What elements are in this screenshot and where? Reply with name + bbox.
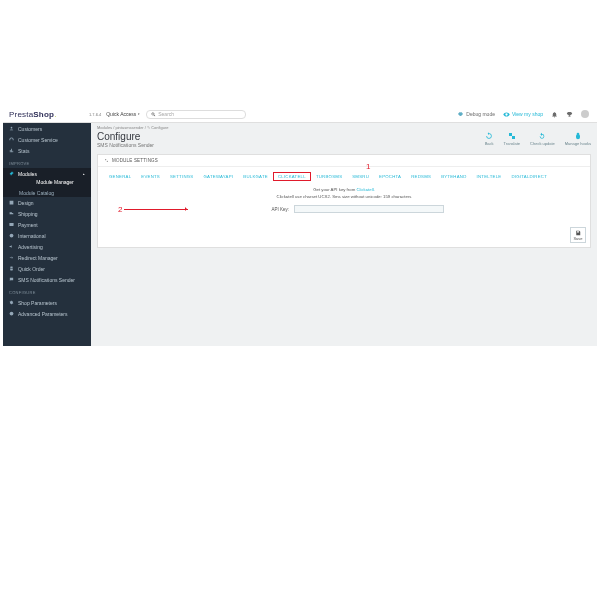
sidebar-item-shop-params[interactable]: Shop Parameters: [3, 297, 91, 308]
page-title: Configure: [97, 131, 154, 142]
sidebar-sub-module-manager[interactable]: Module Manager: [3, 179, 91, 188]
sidebar-item-design[interactable]: Design: [3, 197, 91, 208]
eye-icon: [503, 111, 510, 118]
svg-rect-1: [10, 201, 14, 205]
translate-button[interactable]: Translate: [504, 132, 521, 146]
sidebar-item-adv-params[interactable]: Advanced Parameters: [3, 308, 91, 319]
check-update-button[interactable]: Check update: [530, 132, 555, 146]
sidebar-item-sms[interactable]: SMS Notifications Sender: [3, 274, 91, 285]
view-shop-link[interactable]: View my shop: [503, 111, 543, 118]
api-key-input[interactable]: [294, 205, 444, 213]
svg-point-6: [105, 159, 106, 160]
sidebar-item-modules[interactable]: Modules▴: [3, 168, 91, 179]
quick-access-menu[interactable]: Quick Access▾: [106, 111, 140, 117]
api-key-label: API Key:: [244, 207, 294, 212]
sidebar-item-quick-order[interactable]: Quick Order: [3, 263, 91, 274]
back-button[interactable]: Back: [485, 132, 494, 146]
svg-point-3: [10, 234, 14, 238]
section-configure: CONFIGURE: [3, 285, 91, 297]
debug-mode-toggle[interactable]: Debug mode: [457, 111, 495, 118]
hint2-text: Clickatell use charset UCS2. Sms size wi…: [108, 194, 580, 199]
tab-digitaldirect[interactable]: DIGITALDIRECT: [506, 172, 552, 181]
svg-point-0: [11, 127, 13, 129]
sidebar-item-customers[interactable]: Customers: [3, 123, 91, 134]
panel-header: MODULE SETTINGS: [98, 155, 590, 167]
bell-icon[interactable]: [551, 111, 558, 118]
main: Modules / pintasmssender / ✎ Configure C…: [91, 123, 597, 346]
sidebar-item-stats[interactable]: Stats: [3, 145, 91, 156]
tab-clickatell[interactable]: CLICKATELL: [273, 172, 311, 181]
search-input[interactable]: Search: [146, 110, 246, 119]
tab-bytehand[interactable]: BYTEHAND: [436, 172, 471, 181]
svg-point-5: [10, 312, 14, 316]
sidebar-item-service[interactable]: Customer Service: [3, 134, 91, 145]
clickatell-link[interactable]: Clickatell.: [356, 187, 374, 192]
save-button[interactable]: Save: [570, 227, 586, 243]
annotation-1: 1: [366, 162, 370, 171]
cogs-icon: [104, 158, 109, 163]
tab-turbosms[interactable]: TURBOSMS: [311, 172, 347, 181]
bug-icon: [457, 111, 464, 118]
tab-epochta[interactable]: EPOCHTA: [374, 172, 406, 181]
section-improve: IMPROVE: [3, 156, 91, 168]
avatar[interactable]: [581, 110, 589, 118]
brand-logo: PrestaShop.: [3, 110, 91, 119]
search-icon: [151, 112, 156, 117]
sidebar-item-payment[interactable]: Payment: [3, 219, 91, 230]
tab-general[interactable]: GENERAL: [104, 172, 136, 181]
sidebar-item-redirect[interactable]: Redirect Manager: [3, 252, 91, 263]
top-bar: PrestaShop. 1.7.6.4 Quick Access▾ Search…: [3, 106, 597, 123]
trophy-icon[interactable]: [566, 111, 573, 118]
tab-events[interactable]: EVENTS: [136, 172, 165, 181]
page-subtitle: SMS Notifications Sender: [97, 142, 154, 148]
breadcrumb: Modules / pintasmssender / ✎ Configure: [97, 123, 591, 130]
sidebar: Customers Customer Service Stats IMPROVE…: [3, 123, 91, 346]
sidebar-sub-module-catalog[interactable]: Module Catalog: [3, 188, 91, 197]
sidebar-item-advertising[interactable]: Advertising: [3, 241, 91, 252]
sidebar-item-international[interactable]: International: [3, 230, 91, 241]
tab-inteltele[interactable]: INTELTELE: [472, 172, 507, 181]
tab-gatewayapi[interactable]: GATEWAYAPI: [199, 172, 239, 181]
tabs: GENERALEVENTSSETTINGSGATEWAYAPIBULKGATEC…: [98, 167, 590, 184]
tab-smsru[interactable]: SMSRU: [347, 172, 374, 181]
tab-bulkgate[interactable]: BULKGATE: [238, 172, 273, 181]
module-settings-panel: MODULE SETTINGS GENERALEVENTSSETTINGSGAT…: [97, 154, 591, 248]
manage-hooks-button[interactable]: Manage hooks: [565, 132, 591, 146]
tab-redsms[interactable]: REDSMS: [406, 172, 436, 181]
svg-point-7: [107, 161, 108, 162]
tab-settings[interactable]: SETTINGS: [165, 172, 199, 181]
sidebar-item-shipping[interactable]: Shipping: [3, 208, 91, 219]
hint-text: Get your API key from Clickatell.: [108, 187, 580, 192]
annotation-2: 2: [118, 205, 188, 214]
svg-rect-2: [9, 223, 13, 226]
version-label: 1.7.6.4: [89, 112, 101, 117]
